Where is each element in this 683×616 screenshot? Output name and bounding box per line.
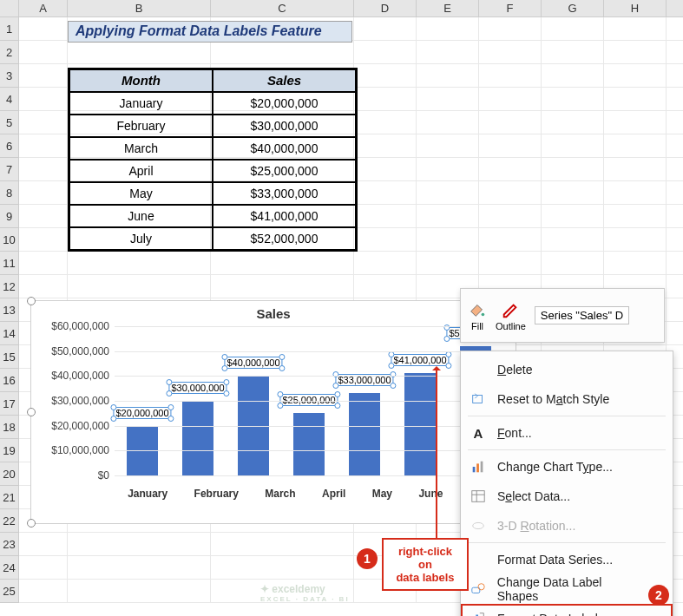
column-header[interactable]: I (667, 0, 683, 17)
bar[interactable]: $41,000,000 (404, 373, 436, 475)
label-handle[interactable] (388, 363, 394, 369)
label-handle[interactable] (168, 404, 174, 410)
row-header[interactable]: 23 (0, 533, 19, 556)
bar[interactable]: $33,000,000 (349, 393, 380, 475)
cell-month[interactable]: June (69, 205, 213, 227)
row-header[interactable]: 21 (0, 486, 19, 509)
label-handle[interactable] (335, 403, 341, 409)
row-header[interactable]: 14 (0, 322, 19, 345)
label-handle[interactable] (166, 390, 172, 396)
label-handle[interactable] (388, 351, 394, 357)
label-handle[interactable] (279, 365, 286, 371)
context-menu[interactable]: Delete Reset to Match Style A Font... Ch… (460, 351, 673, 616)
resize-handle[interactable] (27, 297, 36, 305)
cell-month[interactable]: July (69, 227, 213, 250)
column-header[interactable]: D (354, 0, 417, 17)
label-handle[interactable] (221, 365, 227, 371)
menu-format-data-labels[interactable]: Format Data Labels... (461, 604, 673, 616)
label-handle[interactable] (391, 383, 397, 389)
menu-change-chart-type[interactable]: Change Chart Type... (461, 452, 673, 482)
label-handle[interactable] (221, 354, 227, 360)
row-header[interactable]: 6 (0, 134, 19, 158)
menu-select-data[interactable]: Select Data... (461, 482, 673, 511)
chart-container[interactable]: Sales $0$10,000,000$20,000,000$30,000,00… (30, 300, 516, 524)
menu-reset-style[interactable]: Reset to Match Style (461, 384, 673, 414)
row-header[interactable]: 11 (0, 252, 19, 275)
label-handle[interactable] (277, 403, 283, 409)
row-header[interactable]: 25 (0, 580, 19, 603)
cell-month[interactable]: May (69, 182, 213, 205)
label-handle[interactable] (446, 351, 452, 357)
row-header[interactable]: 16 (0, 369, 19, 392)
label-handle[interactable] (332, 371, 338, 377)
resize-handle[interactable] (27, 408, 36, 416)
row-header[interactable]: 3 (0, 64, 19, 88)
row-header[interactable]: 7 (0, 158, 19, 181)
label-handle[interactable] (335, 391, 341, 397)
cell-sales[interactable]: $20,000,000 (213, 92, 356, 115)
cell-sales[interactable]: $33,000,000 (213, 182, 356, 205)
outline-button[interactable]: Outline (496, 300, 526, 331)
column-header[interactable]: C (211, 0, 354, 17)
row-header[interactable]: 2 (0, 41, 19, 64)
menu-font[interactable]: A Font... (461, 418, 673, 448)
resize-handle[interactable] (27, 519, 36, 528)
select-all[interactable] (0, 0, 19, 17)
row-header[interactable]: 19 (0, 439, 19, 462)
menu-delete[interactable]: Delete (461, 355, 673, 384)
row-header[interactable]: 15 (0, 345, 19, 369)
row-header[interactable]: 18 (0, 416, 19, 439)
data-label[interactable]: $30,000,000 (168, 382, 227, 394)
row-header[interactable]: 12 (0, 275, 19, 298)
cell-sales[interactable]: $30,000,000 (213, 115, 356, 137)
label-handle[interactable] (446, 363, 452, 369)
label-handle[interactable] (279, 354, 286, 360)
row-header[interactable]: 8 (0, 181, 19, 205)
cell-month[interactable]: January (69, 92, 213, 115)
row-header[interactable]: 20 (0, 462, 19, 486)
label-handle[interactable] (168, 416, 174, 422)
column-header[interactable]: B (68, 0, 211, 17)
column-header[interactable]: E (417, 0, 479, 17)
row-header[interactable]: 1 (0, 17, 19, 41)
label-handle[interactable] (224, 390, 230, 396)
bar[interactable]: $30,000,000 (182, 401, 213, 475)
label-handle[interactable] (110, 416, 116, 422)
menu-change-label-shapes[interactable]: Change Data Label Shapes ▶ (461, 574, 673, 604)
cell-month[interactable]: April (69, 160, 213, 182)
label-handle[interactable] (277, 391, 283, 397)
cell-sales[interactable]: $41,000,000 (213, 205, 356, 227)
cell-sales[interactable]: $25,000,000 (213, 160, 356, 182)
column-header[interactable]: H (604, 0, 667, 17)
series-selector[interactable]: Series "Sales" D (535, 306, 629, 324)
label-handle[interactable] (110, 404, 116, 410)
cell-sales[interactable]: $52,000,000 (213, 227, 356, 250)
cell-month[interactable]: February (69, 115, 213, 137)
column-header[interactable]: G (542, 0, 604, 17)
row-header[interactable]: 13 (0, 298, 19, 322)
mini-toolbar[interactable]: Fill Outline Series "Sales" D (460, 288, 665, 343)
label-handle[interactable] (332, 383, 338, 389)
fill-button[interactable]: Fill (468, 300, 487, 331)
bar[interactable]: $25,000,000 (293, 413, 325, 475)
label-handle[interactable] (443, 324, 450, 331)
row-header[interactable]: 10 (0, 228, 19, 252)
row-header[interactable]: 9 (0, 205, 19, 228)
row-header[interactable]: 24 (0, 556, 19, 580)
cell-sales[interactable]: $40,000,000 (213, 137, 356, 160)
menu-separator (468, 542, 666, 543)
label-handle[interactable] (166, 379, 172, 385)
label-handle[interactable] (224, 379, 230, 385)
menu-format-series[interactable]: Format Data Series... (461, 545, 673, 574)
row-header[interactable]: 5 (0, 111, 19, 134)
column-header[interactable]: F (479, 0, 542, 17)
cell-month[interactable]: March (69, 137, 213, 160)
label-handle[interactable] (443, 336, 450, 342)
row-header[interactable]: 4 (0, 88, 19, 111)
row-header[interactable]: 17 (0, 392, 19, 416)
label-handle[interactable] (391, 371, 397, 377)
column-header[interactable]: A (19, 0, 68, 17)
row-header[interactable]: 22 (0, 509, 19, 533)
data-label[interactable]: $40,000,000 (224, 357, 282, 369)
data-label[interactable]: $20,000,000 (113, 407, 171, 419)
